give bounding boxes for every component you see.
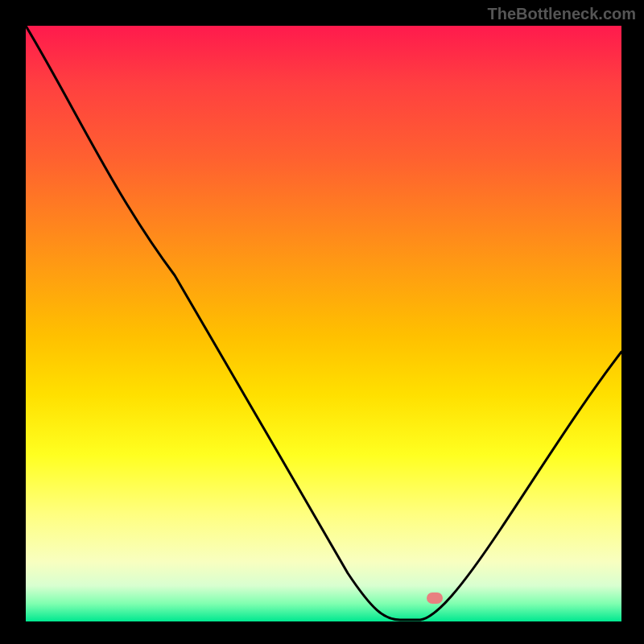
chart-container: TheBottleneck.com bbox=[0, 0, 644, 644]
plot-background-gradient bbox=[26, 26, 621, 621]
optimal-point-marker bbox=[427, 592, 443, 604]
curve-svg bbox=[26, 26, 621, 621]
watermark-text: TheBottleneck.com bbox=[488, 5, 636, 23]
bottleneck-curve-path bbox=[26, 26, 621, 620]
